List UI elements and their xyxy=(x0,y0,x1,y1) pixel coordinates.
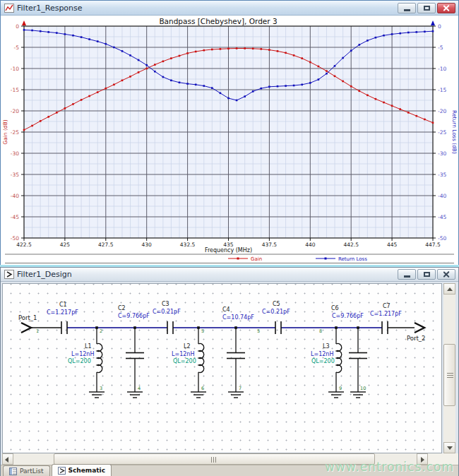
component-C2[interactable]: C2C=9.766pF xyxy=(118,305,150,398)
response-chart-svg: 422.5425427.5430432.5435437.5440442.5445… xyxy=(1,16,458,265)
response-window: Filter1_Response 422.5425427.5430432.543… xyxy=(0,0,459,265)
design-window-title: Filter1_Design xyxy=(17,270,398,279)
maximize-icon xyxy=(424,6,430,11)
component-C7[interactable]: C7C=1.217pF xyxy=(370,303,402,334)
scroll-left-button[interactable] xyxy=(2,453,13,465)
svg-text:445: 445 xyxy=(387,242,398,248)
design-close-button[interactable] xyxy=(437,269,455,280)
design-maximize-button[interactable] xyxy=(417,269,436,280)
svg-text:C=9.766pF: C=9.766pF xyxy=(118,313,150,319)
svg-text:2: 2 xyxy=(100,328,102,334)
arrow-down-icon xyxy=(447,446,453,450)
port-Port_2[interactable]: Port_2 xyxy=(407,323,426,342)
svg-text:C5: C5 xyxy=(273,301,280,307)
svg-text:Return Loss: Return Loss xyxy=(338,256,367,262)
svg-text:4: 4 xyxy=(138,386,141,391)
svg-text:427.5: 427.5 xyxy=(98,242,114,248)
svg-text:-45: -45 xyxy=(438,214,446,220)
svg-text:Bandpass [Chebyshev], Order 3: Bandpass [Chebyshev], Order 3 xyxy=(159,17,277,25)
svg-text:L=12nH: L=12nH xyxy=(311,351,333,357)
minimize-button[interactable] xyxy=(398,3,416,13)
svg-text:-25: -25 xyxy=(11,129,19,136)
component-C3[interactable]: C3C=0.21pF xyxy=(153,301,181,334)
svg-text:-15: -15 xyxy=(11,87,19,93)
svg-text:Gain (dB): Gain (dB) xyxy=(2,119,8,144)
svg-text:C3: C3 xyxy=(162,301,169,307)
maximize-button[interactable] xyxy=(417,3,436,13)
component-C4[interactable]: C4C=10.74pF xyxy=(222,307,254,398)
svg-text:5: 5 xyxy=(257,328,260,334)
scroll-up-button[interactable] xyxy=(443,283,455,294)
schematic-canvas[interactable]: Port_1Port_2C1C=1.217pFC3C=0.21pFC5C=0.2… xyxy=(2,283,442,453)
svg-text:C7: C7 xyxy=(383,303,391,309)
svg-text:1: 1 xyxy=(36,328,39,334)
svg-text:422.5: 422.5 xyxy=(16,242,32,248)
svg-text:-5: -5 xyxy=(438,44,443,51)
svg-text:-5: -5 xyxy=(14,44,20,51)
schematic-svg: Port_1Port_2C1C=1.217pFC3C=0.21pFC5C=0.2… xyxy=(3,284,441,453)
response-window-title: Filter1_Response xyxy=(17,4,398,13)
svg-text:6: 6 xyxy=(201,386,204,391)
tab-partlist-label: PartList xyxy=(20,468,44,475)
svg-text:0: 0 xyxy=(16,23,19,30)
svg-text:-20: -20 xyxy=(11,108,19,114)
svg-text:QL=200: QL=200 xyxy=(173,358,196,364)
svg-text:5: 5 xyxy=(201,328,204,334)
svg-text:Frequency (MHz): Frequency (MHz) xyxy=(205,247,252,254)
tab-schematic[interactable]: Schematic xyxy=(52,464,112,476)
svg-text:-35: -35 xyxy=(438,172,446,178)
minimize-icon xyxy=(404,9,410,11)
vertical-scrollbar[interactable] xyxy=(443,283,455,453)
thumb-grip xyxy=(211,457,217,463)
tab-schematic-label: Schematic xyxy=(68,467,106,474)
response-chart: 422.5425427.5430432.5435437.5440442.5445… xyxy=(1,16,458,265)
arrow-left-icon xyxy=(5,457,8,463)
design-titlebar[interactable]: Filter1_Design xyxy=(1,268,458,282)
left-axis-arrow xyxy=(22,20,26,25)
svg-text:QL=200: QL=200 xyxy=(68,358,91,364)
svg-text:QL=200: QL=200 xyxy=(311,358,335,364)
svg-text:Port_1: Port_1 xyxy=(18,314,37,321)
component-C1[interactable]: C1C=1.217pF xyxy=(47,302,78,334)
svg-text:430: 430 xyxy=(142,242,153,248)
svg-text:L1: L1 xyxy=(85,343,92,350)
svg-text:Gain: Gain xyxy=(251,256,262,262)
svg-text:C1: C1 xyxy=(59,302,67,308)
svg-text:Return Loss (dB): Return Loss (dB) xyxy=(451,110,458,154)
svg-text:437.5: 437.5 xyxy=(262,242,278,248)
svg-text:442.5: 442.5 xyxy=(343,242,359,248)
svg-text:-30: -30 xyxy=(438,150,446,157)
arrow-up-icon xyxy=(447,287,453,291)
svg-text:L2: L2 xyxy=(184,343,191,350)
tab-partlist[interactable]: PartList xyxy=(3,465,50,476)
svg-text:L3: L3 xyxy=(323,343,330,350)
component-C5[interactable]: C5C=0.21pF xyxy=(262,301,290,334)
legend-gain: Gain xyxy=(228,256,262,262)
svg-text:-10: -10 xyxy=(11,66,19,72)
svg-text:Port_2: Port_2 xyxy=(407,335,426,342)
svg-text:-50: -50 xyxy=(438,235,446,242)
svg-text:440: 440 xyxy=(305,242,316,248)
svg-text:-30: -30 xyxy=(11,150,19,157)
svg-text:-15: -15 xyxy=(438,87,446,93)
port-Port_1[interactable]: Port_1 xyxy=(18,314,37,333)
svg-text:C4: C4 xyxy=(222,307,230,313)
close-button[interactable] xyxy=(437,3,455,13)
svg-text:7: 7 xyxy=(239,386,242,391)
svg-text:3: 3 xyxy=(100,386,102,391)
svg-text:C6: C6 xyxy=(331,305,339,311)
scroll-down-button[interactable] xyxy=(443,442,455,453)
chart-window-icon xyxy=(4,3,14,13)
svg-text:0: 0 xyxy=(438,23,441,30)
svg-text:C2: C2 xyxy=(118,305,126,311)
vertical-scroll-thumb[interactable] xyxy=(443,344,455,406)
partlist-icon xyxy=(9,468,17,475)
response-titlebar[interactable]: Filter1_Response xyxy=(1,1,458,16)
svg-text:L=12nH: L=12nH xyxy=(71,351,94,357)
schematic-icon xyxy=(58,467,66,475)
minimize-icon xyxy=(404,275,410,278)
svg-text:432.5: 432.5 xyxy=(180,242,196,248)
design-minimize-button[interactable] xyxy=(398,269,416,280)
svg-text:-35: -35 xyxy=(11,172,19,178)
svg-text:-20: -20 xyxy=(438,108,446,114)
